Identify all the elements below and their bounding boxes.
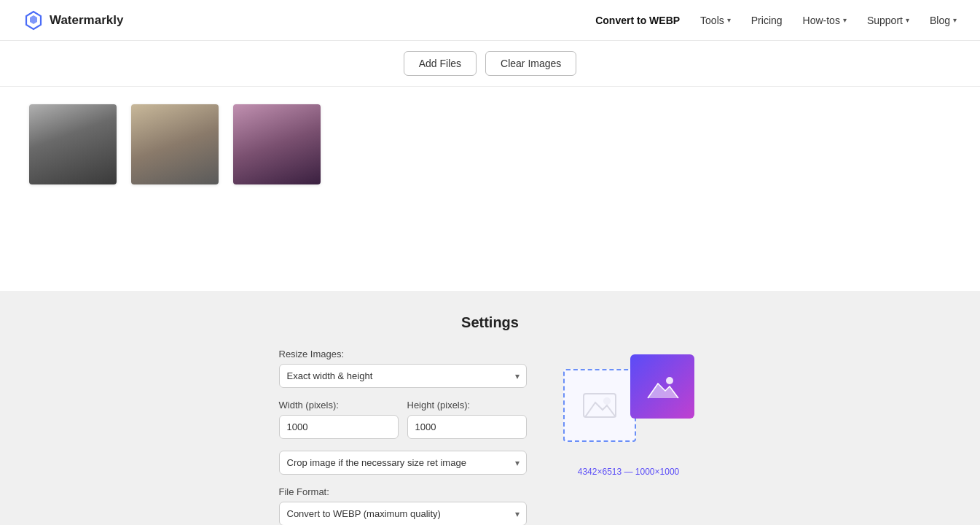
mountain-after-icon	[645, 373, 680, 400]
file-format-group: File Format: Convert to WEBP (maximum qu…	[279, 486, 527, 525]
logo-icon	[23, 10, 44, 31]
thumbnail-3[interactable]	[233, 104, 321, 184]
blog-chevron-icon: ▾	[953, 16, 957, 24]
nav-support[interactable]: Support ▾	[867, 15, 909, 26]
file-format-select[interactable]: Convert to WEBP (maximum quality) Conver…	[279, 502, 527, 525]
settings-right: 4342×6513 — 1000×1000	[556, 349, 702, 477]
settings-inner: Resize Images: Exact width & height Fit …	[155, 349, 826, 525]
resize-label: Resize Images:	[279, 349, 527, 359]
image-area	[0, 87, 980, 291]
nav-convert-to-webp[interactable]: Convert to WEBP	[595, 15, 680, 26]
resize-select-wrap: Exact width & height Fit within Fill No …	[279, 364, 527, 388]
nav-pricing[interactable]: Pricing	[751, 15, 783, 26]
preview-after	[630, 354, 694, 419]
tools-chevron-icon: ▾	[727, 16, 731, 24]
nav-blog[interactable]: Blog ▾	[930, 15, 957, 26]
svg-point-1	[603, 397, 611, 405]
preview-label: 4342×6513 — 1000×1000	[578, 467, 679, 477]
thumbnail-1[interactable]	[29, 104, 117, 184]
file-format-select-wrap: Convert to WEBP (maximum quality) Conver…	[279, 502, 527, 525]
dimensions-row: Width (pixels): Height (pixels):	[279, 400, 527, 439]
nav-tools[interactable]: Tools ▾	[700, 15, 731, 26]
nav-links: Convert to WEBP Tools ▾ Pricing How-tos …	[595, 15, 957, 26]
navbar: Watermarkly Convert to WEBP Tools ▾ Pric…	[0, 0, 980, 41]
logo[interactable]: Watermarkly	[23, 10, 123, 31]
support-chevron-icon: ▾	[906, 16, 909, 24]
crop-select[interactable]: Crop image if the necessary size ret ima…	[279, 451, 527, 475]
file-format-label: File Format:	[279, 486, 527, 497]
add-files-button[interactable]: Add Files	[404, 51, 477, 76]
preview-graphic	[563, 354, 694, 464]
settings-area: Settings Resize Images: Exact width & he…	[0, 291, 980, 525]
mountain-before-icon	[582, 392, 617, 419]
height-label: Height (pixels):	[407, 400, 527, 411]
clear-images-button[interactable]: Clear Images	[485, 51, 576, 76]
width-label: Width (pixels):	[279, 400, 399, 411]
toolbar: Add Files Clear Images	[0, 41, 980, 87]
width-group: Width (pixels):	[279, 400, 399, 439]
resize-group: Resize Images: Exact width & height Fit …	[279, 349, 527, 388]
settings-left: Resize Images: Exact width & height Fit …	[279, 349, 527, 525]
height-group: Height (pixels):	[407, 400, 527, 439]
nav-how-tos[interactable]: How-tos ▾	[803, 15, 847, 26]
logo-text: Watermarkly	[50, 13, 123, 28]
thumbnail-2[interactable]	[131, 104, 219, 184]
width-input[interactable]	[279, 415, 399, 439]
resize-select[interactable]: Exact width & height Fit within Fill No …	[279, 364, 527, 388]
svg-point-2	[666, 377, 673, 384]
crop-select-wrap: Crop image if the necessary size ret ima…	[279, 451, 527, 475]
svg-rect-0	[584, 394, 616, 417]
preview-before	[563, 369, 636, 442]
crop-group: Crop image if the necessary size ret ima…	[279, 451, 527, 475]
height-input[interactable]	[407, 415, 527, 439]
settings-title: Settings	[0, 314, 980, 331]
how-tos-chevron-icon: ▾	[843, 16, 847, 24]
